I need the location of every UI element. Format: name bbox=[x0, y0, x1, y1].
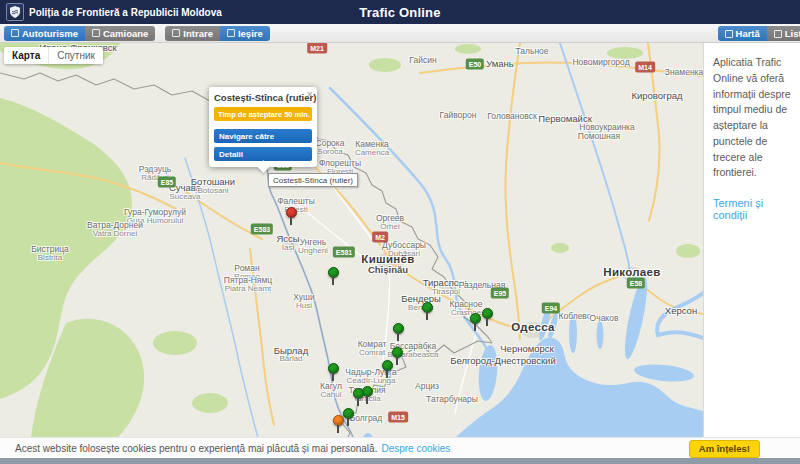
cookie-banner: Acest website folosește cookies pentru o… bbox=[0, 437, 800, 458]
filter-label-camioane: Camioane bbox=[103, 28, 148, 39]
filter-label-intrare: Intrare bbox=[183, 28, 213, 39]
crossing-title: Costești-Stînca (rutier) bbox=[214, 92, 312, 103]
filter-label-autoturisme: Autoturisme bbox=[22, 28, 78, 39]
cookie-accept-button[interactable]: Am înțeles! bbox=[689, 440, 760, 458]
marker-stem bbox=[474, 323, 476, 331]
info-sidebar: Aplicatia Trafic Online vă oferă informa… bbox=[703, 43, 800, 464]
marker-stem bbox=[337, 425, 339, 433]
app-description: Aplicatia Trafic Online vă oferă informa… bbox=[713, 55, 791, 181]
crossing-marker-green[interactable] bbox=[352, 388, 364, 408]
terms-link[interactable]: Termeni și condiții bbox=[713, 197, 791, 221]
filter-group-2: IntrareIeșire bbox=[165, 26, 269, 41]
marker-stem bbox=[386, 370, 388, 378]
marker-stem bbox=[366, 396, 368, 404]
wait-time-badge: Timp de așteptare 50 min. bbox=[214, 107, 312, 121]
bottom-strip bbox=[0, 458, 800, 464]
map-type-control: Карта Спутник bbox=[4, 47, 103, 64]
berezan-liman bbox=[597, 321, 604, 349]
marker-stem bbox=[332, 277, 334, 285]
map-type-map-button[interactable]: Карта bbox=[4, 47, 48, 64]
view-button-lista[interactable]: Listă bbox=[767, 26, 800, 41]
filter-button-autoturisme[interactable]: Autoturisme bbox=[4, 26, 85, 41]
close-icon[interactable]: × bbox=[307, 89, 313, 100]
cookie-info-link[interactable]: Despre cookies bbox=[381, 443, 450, 454]
filter-button-iesire[interactable]: Ieșire bbox=[220, 26, 270, 41]
marker-stem bbox=[396, 357, 398, 365]
marker-tooltip: Costești-Stînca (rutier) bbox=[268, 173, 358, 187]
view-label-harta: Hartă bbox=[736, 28, 760, 39]
view-label-lista: Listă bbox=[785, 28, 800, 39]
brand: Poliția de Frontieră a Republicii Moldov… bbox=[6, 3, 222, 21]
top-navbar: Poliția de Frontieră a Republicii Moldov… bbox=[0, 0, 800, 24]
harta-icon bbox=[725, 30, 733, 38]
border-police-logo-icon bbox=[6, 3, 24, 21]
cookie-message: Acest website folosește cookies pentru o… bbox=[15, 443, 377, 454]
details-label: Detalii bbox=[219, 150, 243, 159]
view-button-harta[interactable]: Hartă bbox=[718, 26, 767, 41]
crossing-info-popup: × Costești-Stînca (rutier) Timp de aștep… bbox=[209, 87, 317, 167]
crossing-marker-green[interactable] bbox=[469, 313, 481, 333]
marker-stem bbox=[347, 418, 349, 426]
crossing-marker-green[interactable] bbox=[392, 323, 404, 343]
crossing-marker-orange[interactable] bbox=[332, 415, 344, 435]
lista-icon bbox=[774, 30, 782, 38]
wait-time-text: Timp de așteptare 50 min. bbox=[218, 110, 310, 119]
map-canvas[interactable]: Карта Спутник × Costești-Stînca (rutier)… bbox=[0, 43, 703, 464]
marker-stem bbox=[397, 333, 399, 341]
magnifier-icon bbox=[209, 87, 217, 95]
camioane-icon bbox=[92, 29, 100, 37]
filter-groups: AutoturismeCamioaneIntrareIeșire bbox=[4, 26, 270, 41]
filter-button-intrare[interactable]: Intrare bbox=[165, 26, 220, 41]
navigate-label: Navigare către bbox=[219, 132, 274, 141]
marker-stem bbox=[357, 398, 359, 406]
app-window: Poliția de Frontieră a Republicii Moldov… bbox=[0, 0, 800, 464]
crossing-marker-green[interactable] bbox=[481, 308, 493, 328]
tiligul-liman bbox=[569, 313, 577, 353]
filter-button-camioane[interactable]: Camioane bbox=[85, 26, 155, 41]
marker-stem bbox=[426, 312, 428, 320]
autoturisme-icon bbox=[11, 29, 19, 37]
marker-stem bbox=[486, 318, 488, 326]
filter-toolbar: AutoturismeCamioaneIntrareIeșire HartăLi… bbox=[0, 24, 800, 43]
crossing-marker-green[interactable] bbox=[327, 363, 339, 383]
shield-icon bbox=[10, 6, 20, 18]
brand-text: Poliția de Frontieră a Republicii Moldov… bbox=[29, 7, 222, 18]
crossing-marker-green[interactable] bbox=[421, 302, 433, 322]
marker-stem bbox=[290, 217, 292, 225]
crossing-marker-green[interactable] bbox=[327, 267, 339, 287]
navigate-button[interactable]: Navigare către bbox=[214, 129, 312, 143]
intrare-icon bbox=[172, 29, 180, 37]
crossing-marker-red[interactable] bbox=[285, 207, 297, 227]
iesire-icon bbox=[227, 29, 235, 37]
marker-stem bbox=[332, 373, 334, 381]
filter-label-iesire: Ieșire bbox=[238, 28, 263, 39]
page-title: Trafic Online bbox=[359, 5, 440, 20]
filter-group-1: AutoturismeCamioane bbox=[4, 26, 155, 41]
view-toggle: HartăListă bbox=[718, 26, 800, 41]
crossing-marker-green[interactable] bbox=[381, 360, 393, 380]
map-type-satellite-button[interactable]: Спутник bbox=[48, 47, 103, 64]
